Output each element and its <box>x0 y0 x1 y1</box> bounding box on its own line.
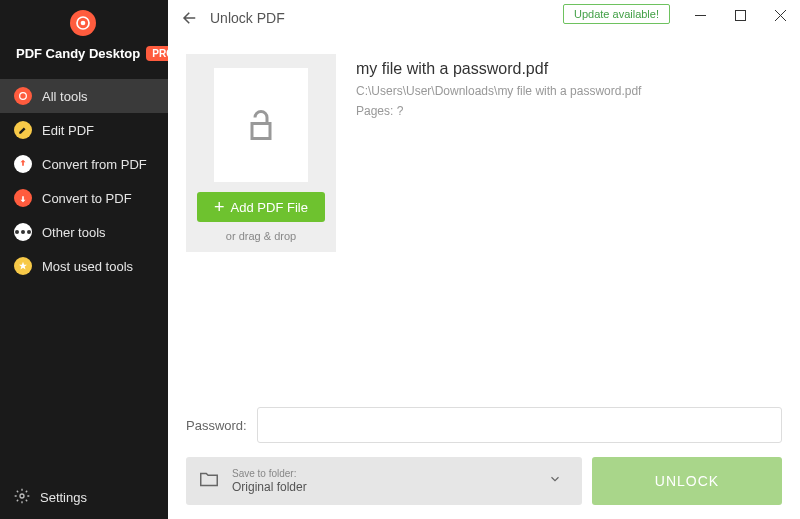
password-label: Password: <box>186 418 247 433</box>
sidebar-item-label: Convert from PDF <box>42 157 147 172</box>
sidebar-item-most-used[interactable]: Most used tools <box>0 249 168 283</box>
pencil-icon <box>14 121 32 139</box>
sidebar-item-label: Convert to PDF <box>42 191 132 206</box>
arrow-in-icon <box>14 189 32 207</box>
sidebar: PDF Candy Desktop PRO All tools Edit PDF… <box>0 0 168 519</box>
drag-hint: or drag & drop <box>226 230 296 242</box>
arrow-out-icon <box>14 155 32 173</box>
svg-point-1 <box>81 21 86 26</box>
file-thumbnail <box>214 68 308 182</box>
svg-point-3 <box>20 494 24 498</box>
sidebar-item-convert-from-pdf[interactable]: Convert from PDF <box>0 147 168 181</box>
window-controls <box>680 0 800 30</box>
password-input[interactable] <box>257 407 782 443</box>
brand-title: PDF Candy Desktop <box>16 46 140 61</box>
lock-icon <box>243 107 279 143</box>
sidebar-item-settings[interactable]: Settings <box>0 476 168 519</box>
save-folder-select[interactable]: Save to folder: Original folder <box>186 457 582 505</box>
sidebar-item-label: Most used tools <box>42 259 133 274</box>
svg-point-2 <box>20 93 27 100</box>
chevron-down-icon <box>540 472 570 490</box>
maximize-button[interactable] <box>720 0 760 30</box>
sidebar-item-other-tools[interactable]: Other tools <box>0 215 168 249</box>
save-folder-label: Save to folder: <box>232 468 307 480</box>
titlebar: Unlock PDF Update available! <box>168 0 800 36</box>
brand: PDF Candy Desktop PRO <box>0 0 168 79</box>
folder-icon <box>198 468 220 494</box>
file-path: C:\Users\User\Downloads\my file with a p… <box>356 84 641 98</box>
svg-rect-4 <box>735 10 745 20</box>
sidebar-item-edit-pdf[interactable]: Edit PDF <box>0 113 168 147</box>
unlock-button[interactable]: UNLOCK <box>592 457 782 505</box>
add-pdf-file-button[interactable]: + Add PDF File <box>197 192 325 222</box>
plus-icon: + <box>214 198 225 216</box>
sidebar-item-label: All tools <box>42 89 88 104</box>
close-button[interactable] <box>760 0 800 30</box>
main-panel: Unlock PDF Update available! + Add PDF F… <box>168 0 800 519</box>
sidebar-item-label: Other tools <box>42 225 106 240</box>
sidebar-nav: All tools Edit PDF Convert from PDF Conv… <box>0 79 168 283</box>
candy-icon <box>14 87 32 105</box>
star-icon <box>14 257 32 275</box>
brand-logo-icon <box>70 10 96 36</box>
file-drop-zone[interactable]: + Add PDF File or drag & drop <box>186 54 336 252</box>
minimize-button[interactable] <box>680 0 720 30</box>
sidebar-item-label: Settings <box>40 490 87 505</box>
gear-icon <box>14 488 30 507</box>
page-title: Unlock PDF <box>210 10 285 26</box>
file-name: my file with a password.pdf <box>356 60 641 78</box>
save-folder-value: Original folder <box>232 480 307 494</box>
add-button-label: Add PDF File <box>231 200 308 215</box>
back-button[interactable] <box>176 4 204 32</box>
sidebar-item-convert-to-pdf[interactable]: Convert to PDF <box>0 181 168 215</box>
file-info: my file with a password.pdf C:\Users\Use… <box>356 54 641 118</box>
sidebar-item-label: Edit PDF <box>42 123 94 138</box>
file-pages: Pages: ? <box>356 104 641 118</box>
more-icon <box>14 223 32 241</box>
update-available-button[interactable]: Update available! <box>563 4 670 24</box>
sidebar-item-all-tools[interactable]: All tools <box>0 79 168 113</box>
